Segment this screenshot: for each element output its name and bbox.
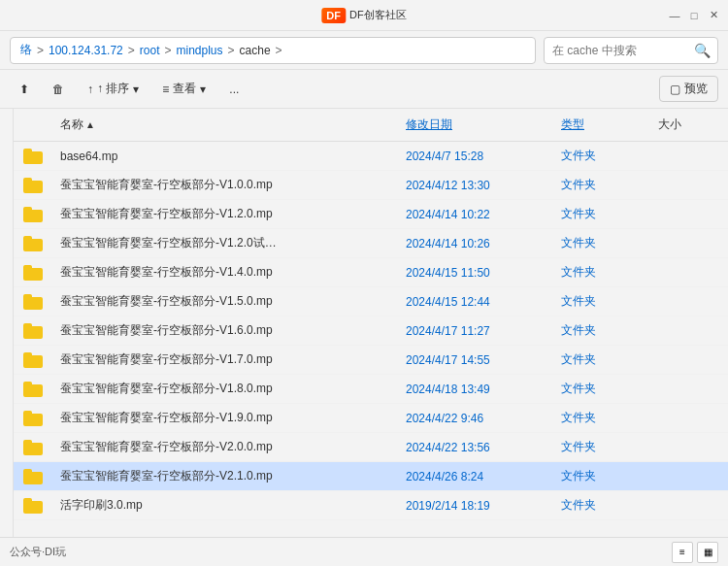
file-name: 蚕宝宝智能育婴室-行空板部分-V1.9.0.mp — [52, 410, 398, 426]
search-box[interactable]: 🔍 — [544, 37, 718, 64]
table-row[interactable]: 蚕宝宝智能育婴室-行空板部分-V2.1.0.mp 2024/4/26 8:24 … — [14, 462, 728, 491]
window-controls[interactable]: — □ ✕ — [668, 9, 720, 22]
file-name: 蚕宝宝智能育婴室-行空板部分-V1.2.0试… — [52, 235, 398, 251]
sort-chevron-icon: ▾ — [133, 83, 139, 96]
sort-button[interactable]: ↑ ↑ 排序 ▾ — [78, 77, 149, 101]
table-row[interactable]: 蚕宝宝智能育婴室-行空板部分-V1.7.0.mp 2024/4/17 14:55… — [14, 346, 728, 375]
share-icon: ⬆ — [19, 83, 29, 96]
table-row[interactable]: 蚕宝宝智能育婴室-行空板部分-V1.5.0.mp 2024/4/15 12:44… — [14, 287, 728, 316]
file-type: 文件夹 — [553, 381, 650, 397]
app-logo: DF DF创客社区 — [321, 8, 406, 23]
file-type: 文件夹 — [553, 235, 650, 251]
detail-view-button[interactable]: ▦ — [697, 542, 718, 563]
table-row[interactable]: 蚕宝宝智能育婴室-行空板部分-V1.6.0.mp 2024/4/17 11:27… — [14, 316, 728, 346]
table-row[interactable]: 蚕宝宝智能育婴室-行空板部分-V1.8.0.mp 2024/4/18 13:49… — [14, 375, 728, 404]
view-icons[interactable]: ≡ ▦ — [672, 542, 718, 563]
file-name: 蚕宝宝智能育婴室-行空板部分-V1.0.0.mp — [52, 177, 398, 193]
folder-icon — [23, 236, 43, 251]
file-list: base64.mp 2024/4/7 15:28 文件夹 蚕宝宝智能育婴室-行空… — [14, 142, 728, 566]
more-button[interactable]: ... — [219, 79, 248, 100]
file-type: 文件夹 — [553, 293, 650, 310]
col-header-date[interactable]: 修改日期 — [398, 113, 553, 137]
table-row[interactable]: base64.mp 2024/4/7 15:28 文件夹 — [14, 142, 728, 171]
folder-icon — [23, 178, 43, 193]
folder-icon — [23, 382, 43, 397]
file-icon-cell — [14, 236, 52, 251]
col-header-type[interactable]: 类型 — [553, 113, 650, 137]
table-row[interactable]: 蚕宝宝智能育婴室-行空板部分-V1.2.0试… 2024/4/14 10:26 … — [14, 229, 728, 258]
breadcrumb: 络 > 100.124.31.72 > root > mindplus > ca… — [10, 37, 536, 64]
search-icon[interactable]: 🔍 — [694, 43, 711, 58]
file-date: 2024/4/14 10:22 — [398, 208, 553, 221]
view-button[interactable]: ≡ 查看 ▾ — [152, 77, 215, 101]
breadcrumb-network[interactable]: 络 — [20, 42, 32, 58]
file-type: 文件夹 — [553, 148, 650, 164]
close-button[interactable]: ✕ — [707, 9, 720, 22]
view-icon: ≡ — [162, 83, 169, 96]
minimize-button[interactable]: — — [668, 9, 681, 22]
file-icon-cell — [14, 440, 52, 455]
sidebar-indicator — [0, 109, 14, 537]
col-header-icon — [14, 113, 52, 137]
file-date: 2024/4/12 13:30 — [398, 179, 553, 192]
breadcrumb-sep-2: > — [128, 44, 135, 57]
breadcrumb-sep-1: > — [37, 44, 44, 57]
wechat-text: 公众号·DI玩 — [10, 545, 66, 559]
file-name: 蚕宝宝智能育婴室-行空板部分-V1.6.0.mp — [52, 322, 398, 339]
breadcrumb-ip[interactable]: 100.124.31.72 — [49, 44, 123, 57]
file-date: 2024/4/22 9:46 — [398, 412, 553, 425]
col-header-size[interactable]: 大小 — [650, 113, 728, 137]
table-row[interactable]: 蚕宝宝智能育婴室-行空板部分-V2.0.0.mp 2024/4/22 13:56… — [14, 433, 728, 462]
file-type: 文件夹 — [553, 439, 650, 455]
table-row[interactable]: 蚕宝宝智能育婴室-行空板部分-V1.2.0.mp 2024/4/14 10:22… — [14, 200, 728, 229]
toolbar: ⬆ 🗑 ↑ ↑ 排序 ▾ ≡ 查看 ▾ ... ▢ 预览 — [0, 70, 728, 109]
view-chevron-icon: ▾ — [200, 83, 206, 96]
file-name: 蚕宝宝智能育婴室-行空板部分-V2.1.0.mp — [52, 468, 398, 484]
file-icon-cell — [14, 498, 52, 514]
share-button[interactable]: ⬆ — [10, 79, 39, 100]
file-date: 2024/4/18 13:49 — [398, 383, 553, 396]
col-header-name[interactable]: 名称 ▲ — [52, 113, 398, 137]
file-icon-cell — [14, 382, 52, 397]
file-name: 蚕宝宝智能育婴室-行空板部分-V1.2.0.mp — [52, 206, 398, 222]
folder-icon — [23, 149, 43, 164]
breadcrumb-root[interactable]: root — [140, 44, 160, 57]
folder-icon — [23, 352, 43, 368]
file-icon-cell — [14, 178, 52, 193]
file-list-header: 名称 ▲ 修改日期 类型 大小 — [14, 109, 728, 142]
file-type: 文件夹 — [553, 351, 650, 368]
file-date: 2024/4/14 10:26 — [398, 237, 553, 250]
table-row[interactable]: 蚕宝宝智能育婴室-行空板部分-V1.4.0.mp 2024/4/15 11:50… — [14, 258, 728, 287]
folder-icon — [23, 323, 43, 339]
table-row[interactable]: 蚕宝宝智能育婴室-行空板部分-V1.0.0.mp 2024/4/12 13:30… — [14, 171, 728, 200]
df-logo: DF — [321, 8, 346, 23]
folder-icon — [23, 294, 43, 310]
file-type: 文件夹 — [553, 322, 650, 339]
preview-label: 预览 — [684, 81, 708, 97]
breadcrumb-mindplus[interactable]: mindplus — [176, 44, 222, 57]
bottom-bar: 公众号·DI玩 ≡ ▦ — [0, 537, 728, 566]
file-type: 文件夹 — [553, 177, 650, 193]
file-name: base64.mp — [52, 150, 398, 163]
maximize-button[interactable]: □ — [687, 9, 701, 22]
file-icon-cell — [14, 207, 52, 222]
file-type: 文件夹 — [553, 410, 650, 426]
folder-icon — [23, 498, 43, 514]
file-name: 蚕宝宝智能育婴室-行空板部分-V1.7.0.mp — [52, 351, 398, 368]
file-icon-cell — [14, 352, 52, 368]
logo-text: DF创客社区 — [349, 8, 407, 22]
folder-icon — [23, 469, 43, 484]
breadcrumb-sep-3: > — [164, 44, 171, 57]
list-view-button[interactable]: ≡ — [672, 542, 693, 563]
table-row[interactable]: 活字印刷3.0.mp 2019/2/14 18:19 文件夹 — [14, 491, 728, 520]
breadcrumb-cache[interactable]: cache — [240, 44, 271, 57]
sort-label: ↑ 排序 — [97, 81, 129, 97]
address-bar: 络 > 100.124.31.72 > root > mindplus > ca… — [0, 31, 728, 70]
table-row[interactable]: 蚕宝宝智能育婴室-行空板部分-V1.9.0.mp 2024/4/22 9:46 … — [14, 404, 728, 433]
preview-button[interactable]: ▢ 预览 — [659, 76, 718, 102]
file-name: 蚕宝宝智能育婴室-行空板部分-V1.5.0.mp — [52, 293, 398, 310]
view-label: 查看 — [173, 81, 196, 97]
delete-button[interactable]: 🗑 — [43, 79, 74, 100]
search-input[interactable] — [552, 44, 688, 57]
file-list-container: 名称 ▲ 修改日期 类型 大小 base64.mp 2024/4/7 15:28… — [14, 109, 728, 566]
